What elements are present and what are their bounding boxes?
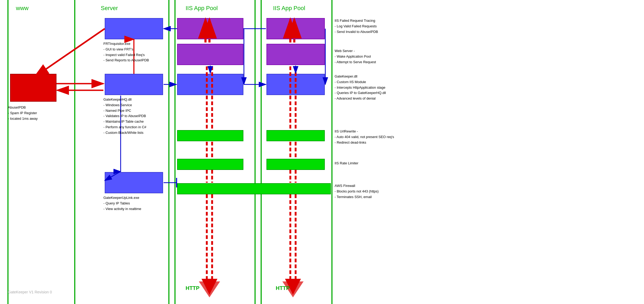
svg-marker-21	[201, 279, 217, 295]
http-label-2: HTTP	[276, 284, 290, 292]
abuseipdb-label: AbuseIPDB - Spam IP Register - located 1…	[8, 105, 38, 121]
iis2-urlrewrite	[266, 130, 325, 141]
gatekeeper-dll-label: GateKeeper.dll - Custom IIS Module - Int…	[335, 74, 386, 101]
iis1-gk-blue	[177, 74, 243, 95]
vline-www-left	[7, 0, 8, 304]
gkuplink-box	[105, 172, 163, 193]
web-server-label: Web Server - - Wake Application Pool - A…	[335, 48, 376, 65]
footer-label: GateKeeper V1 Revision 0	[8, 289, 52, 295]
vline-www-right	[74, 0, 75, 304]
diagram: www Server IIS App Pool IIS App Pool	[0, 0, 644, 304]
gatekeeperhq-label: GateKeeperHQ.dll - Windows Service - Nam…	[103, 97, 146, 136]
svg-marker-22	[199, 281, 220, 297]
header-server: Server	[101, 5, 118, 12]
http-label-1: HTTP	[186, 284, 199, 292]
header-iis1: IIS App Pool	[186, 5, 218, 12]
iis2-rate	[266, 159, 325, 170]
iis2-top-purple	[266, 18, 325, 39]
vline-iis1-right	[255, 0, 256, 304]
iis2-mid-purple	[266, 44, 325, 65]
iis1-aws	[177, 183, 331, 194]
vline-iis1-left	[174, 0, 176, 304]
header-iis2: IIS App Pool	[273, 5, 305, 12]
iis1-rate	[177, 159, 243, 170]
iis-rate-label: IIS Rate Limiter	[335, 161, 358, 166]
iis1-top-purple	[177, 18, 243, 39]
aws-fw-label: AWS Firewall - Blocks ports not 443 (htt…	[335, 183, 379, 200]
abuseipdb-box	[10, 74, 56, 102]
vline-server-right	[168, 0, 169, 304]
frt-box	[105, 18, 163, 39]
iis-urlrewrite-label: IIS UrlRewrite - - Auto 404 valid, not p…	[335, 129, 394, 145]
iis1-urlrewrite	[177, 130, 243, 141]
iis2-gk-blue	[266, 74, 325, 95]
iis-frt-label: IIS Failed Request Tracing - Log Valid F…	[335, 18, 378, 35]
svg-line-8	[34, 29, 105, 77]
vline-iis2-left	[261, 0, 262, 304]
frt-label: FRTInquisitor.exe - GUI to view FRT's - …	[103, 41, 149, 63]
gkuplink-label: GateKeeperUpLink.exe - Query IP Tables -…	[103, 195, 141, 212]
vline-iis2-right	[331, 0, 332, 304]
iis1-mid-purple	[177, 44, 243, 65]
header-www: www	[16, 5, 29, 12]
gatekeeperhq-box	[105, 74, 163, 95]
